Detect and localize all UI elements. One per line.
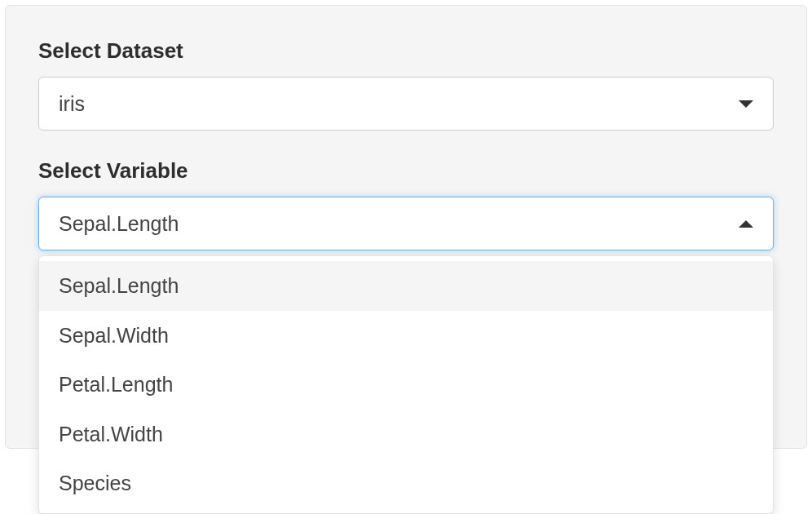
dataset-selected-value: iris — [59, 92, 85, 116]
dataset-form-group: Select Dataset iris — [38, 38, 774, 131]
dataset-select[interactable]: iris — [38, 77, 774, 131]
variable-form-group: Select Variable Sepal.Length Sepal.Lengt… — [38, 158, 774, 250]
dataset-label: Select Dataset — [38, 38, 774, 64]
variable-selected-value: Sepal.Length — [59, 212, 179, 236]
dropdown-option[interactable]: Sepal.Width — [39, 311, 773, 361]
caret-up-icon — [739, 220, 753, 228]
variable-select[interactable]: Sepal.Length — [38, 197, 774, 250]
caret-down-icon — [739, 100, 753, 108]
variable-dropdown-wrapper: Sepal.Length Sepal.Length Sepal.Width Pe… — [38, 197, 774, 250]
dropdown-option[interactable]: Species — [39, 459, 773, 508]
variable-dropdown-menu: Sepal.Length Sepal.Width Petal.Length Pe… — [38, 255, 774, 514]
dropdown-option[interactable]: Petal.Length — [39, 360, 773, 410]
form-panel: Select Dataset iris Select Variable Sepa… — [5, 5, 807, 449]
dropdown-option[interactable]: Petal.Width — [39, 410, 773, 459]
dropdown-option[interactable]: Sepal.Length — [39, 261, 773, 311]
variable-label: Select Variable — [38, 158, 774, 184]
